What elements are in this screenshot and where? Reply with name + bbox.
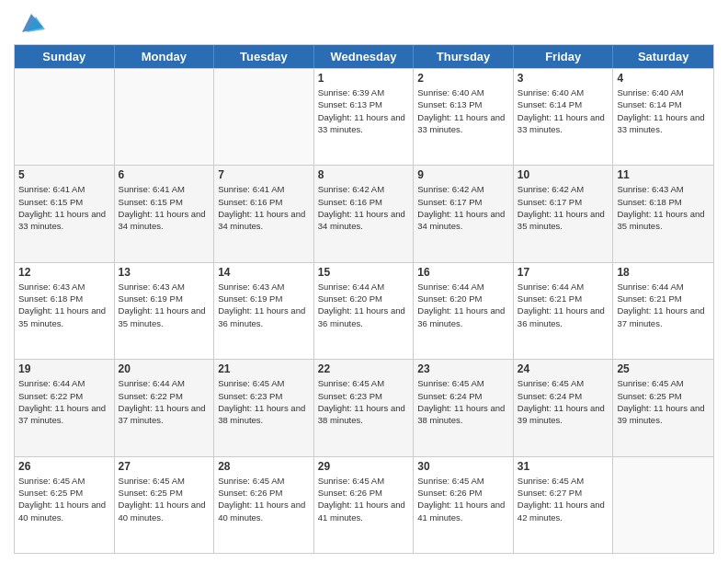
sunrise-text: Sunrise: 6:44 AM — [18, 377, 110, 389]
cal-cell-30: 30Sunrise: 6:45 AMSunset: 6:26 PMDayligh… — [414, 457, 514, 553]
day-number: 8 — [318, 168, 410, 181]
daylight-text: Daylight: 11 hours and 41 minutes. — [318, 499, 410, 523]
day-number: 19 — [18, 362, 110, 375]
cal-cell-14: 14Sunrise: 6:43 AMSunset: 6:19 PMDayligh… — [214, 263, 314, 359]
sunset-text: Sunset: 6:20 PM — [318, 293, 410, 304]
day-info: Sunrise: 6:41 AMSunset: 6:15 PMDaylight:… — [119, 183, 210, 232]
calendar: SundayMondayTuesdayWednesdayThursdayFrid… — [14, 44, 714, 554]
header-day-monday: Monday — [115, 45, 215, 68]
daylight-text: Daylight: 11 hours and 36 minutes. — [417, 304, 509, 329]
day-info: Sunrise: 6:42 AMSunset: 6:17 PMDaylight:… — [417, 183, 509, 232]
sunset-text: Sunset: 6:24 PM — [518, 390, 609, 402]
sunset-text: Sunset: 6:17 PM — [518, 196, 609, 208]
header-day-friday: Friday — [514, 45, 614, 68]
calendar-week-3: 12Sunrise: 6:43 AMSunset: 6:18 PMDayligh… — [15, 262, 713, 359]
day-info: Sunrise: 6:39 AMSunset: 6:13 PMDaylight:… — [318, 86, 410, 135]
cal-cell-16: 16Sunrise: 6:44 AMSunset: 6:20 PMDayligh… — [414, 263, 514, 359]
sunrise-text: Sunrise: 6:40 AM — [417, 86, 509, 98]
daylight-text: Daylight: 11 hours and 36 minutes. — [518, 304, 609, 329]
sunset-text: Sunset: 6:21 PM — [518, 293, 609, 304]
sunset-text: Sunset: 6:14 PM — [518, 98, 609, 110]
sunrise-text: Sunrise: 6:45 AM — [518, 377, 609, 389]
day-info: Sunrise: 6:44 AMSunset: 6:22 PMDaylight:… — [119, 377, 210, 426]
day-number: 12 — [18, 266, 110, 279]
day-info: Sunrise: 6:45 AMSunset: 6:24 PMDaylight:… — [518, 377, 609, 426]
sunrise-text: Sunrise: 6:45 AM — [119, 475, 210, 487]
sunset-text: Sunset: 6:19 PM — [218, 293, 310, 304]
sunrise-text: Sunrise: 6:43 AM — [18, 281, 110, 293]
sunrise-text: Sunrise: 6:41 AM — [18, 183, 110, 195]
daylight-text: Daylight: 11 hours and 35 minutes. — [617, 208, 710, 233]
day-info: Sunrise: 6:45 AMSunset: 6:25 PMDaylight:… — [617, 377, 710, 426]
day-number: 5 — [18, 168, 110, 181]
sunset-text: Sunset: 6:21 PM — [617, 293, 710, 304]
sunrise-text: Sunrise: 6:45 AM — [518, 475, 609, 487]
day-info: Sunrise: 6:44 AMSunset: 6:21 PMDaylight:… — [518, 281, 609, 329]
daylight-text: Daylight: 11 hours and 33 minutes. — [518, 111, 609, 136]
cal-cell-23: 23Sunrise: 6:45 AMSunset: 6:24 PMDayligh… — [414, 360, 514, 455]
sunset-text: Sunset: 6:25 PM — [617, 390, 710, 402]
daylight-text: Daylight: 11 hours and 38 minutes. — [318, 402, 410, 427]
cal-cell-31: 31Sunrise: 6:45 AMSunset: 6:27 PMDayligh… — [514, 457, 614, 553]
daylight-text: Daylight: 11 hours and 36 minutes. — [318, 304, 410, 329]
sunset-text: Sunset: 6:22 PM — [18, 390, 110, 402]
header — [14, 9, 714, 37]
header-day-wednesday: Wednesday — [314, 45, 415, 68]
cal-cell-empty-2 — [214, 69, 314, 165]
day-info: Sunrise: 6:45 AMSunset: 6:26 PMDaylight:… — [218, 475, 310, 523]
cal-cell-empty-1 — [115, 69, 215, 165]
header-day-saturday: Saturday — [613, 45, 713, 68]
day-number: 17 — [518, 266, 609, 279]
day-number: 30 — [417, 460, 509, 473]
daylight-text: Daylight: 11 hours and 40 minutes. — [218, 499, 310, 523]
day-number: 25 — [617, 362, 710, 375]
sunset-text: Sunset: 6:25 PM — [18, 487, 110, 499]
daylight-text: Daylight: 11 hours and 34 minutes. — [218, 208, 310, 233]
day-info: Sunrise: 6:43 AMSunset: 6:18 PMDaylight:… — [18, 281, 110, 329]
day-number: 29 — [318, 460, 410, 473]
cal-cell-18: 18Sunrise: 6:44 AMSunset: 6:21 PMDayligh… — [613, 263, 713, 359]
calendar-week-1: 1Sunrise: 6:39 AMSunset: 6:13 PMDaylight… — [15, 68, 713, 165]
day-info: Sunrise: 6:44 AMSunset: 6:20 PMDaylight:… — [318, 281, 410, 329]
day-number: 11 — [617, 168, 710, 181]
sunset-text: Sunset: 6:13 PM — [417, 98, 509, 110]
sunrise-text: Sunrise: 6:45 AM — [318, 377, 410, 389]
day-number: 14 — [218, 266, 310, 279]
daylight-text: Daylight: 11 hours and 37 minutes. — [617, 304, 710, 329]
sunset-text: Sunset: 6:19 PM — [119, 293, 210, 304]
cal-cell-15: 15Sunrise: 6:44 AMSunset: 6:20 PMDayligh… — [314, 263, 415, 359]
daylight-text: Daylight: 11 hours and 35 minutes. — [518, 208, 609, 233]
cal-cell-22: 22Sunrise: 6:45 AMSunset: 6:23 PMDayligh… — [314, 360, 415, 455]
cal-cell-6: 6Sunrise: 6:41 AMSunset: 6:15 PMDaylight… — [115, 166, 215, 261]
day-number: 1 — [318, 72, 410, 85]
sunset-text: Sunset: 6:18 PM — [617, 196, 710, 208]
cal-cell-4: 4Sunrise: 6:40 AMSunset: 6:14 PMDaylight… — [613, 69, 713, 165]
sunset-text: Sunset: 6:24 PM — [417, 390, 509, 402]
sunrise-text: Sunrise: 6:41 AM — [218, 183, 310, 195]
day-info: Sunrise: 6:40 AMSunset: 6:14 PMDaylight:… — [617, 86, 710, 135]
sunrise-text: Sunrise: 6:45 AM — [417, 377, 509, 389]
daylight-text: Daylight: 11 hours and 37 minutes. — [119, 402, 210, 427]
sunset-text: Sunset: 6:25 PM — [119, 487, 210, 499]
sunrise-text: Sunrise: 6:43 AM — [119, 281, 210, 293]
day-info: Sunrise: 6:41 AMSunset: 6:16 PMDaylight:… — [218, 183, 310, 232]
sunrise-text: Sunrise: 6:42 AM — [417, 183, 509, 195]
cal-cell-29: 29Sunrise: 6:45 AMSunset: 6:26 PMDayligh… — [314, 457, 415, 553]
sunrise-text: Sunrise: 6:45 AM — [318, 475, 410, 487]
sunset-text: Sunset: 6:16 PM — [318, 196, 410, 208]
calendar-header: SundayMondayTuesdayWednesdayThursdayFrid… — [15, 45, 713, 68]
sunset-text: Sunset: 6:26 PM — [218, 487, 310, 499]
cal-cell-19: 19Sunrise: 6:44 AMSunset: 6:22 PMDayligh… — [15, 360, 115, 455]
day-number: 27 — [119, 460, 210, 473]
sunrise-text: Sunrise: 6:44 AM — [617, 281, 710, 293]
cal-cell-5: 5Sunrise: 6:41 AMSunset: 6:15 PMDaylight… — [15, 166, 115, 261]
sunrise-text: Sunrise: 6:45 AM — [617, 377, 710, 389]
cal-cell-26: 26Sunrise: 6:45 AMSunset: 6:25 PMDayligh… — [15, 457, 115, 553]
day-number: 24 — [518, 362, 609, 375]
day-number: 4 — [617, 72, 710, 85]
sunrise-text: Sunrise: 6:42 AM — [318, 183, 410, 195]
logo-icon — [17, 9, 45, 37]
calendar-week-2: 5Sunrise: 6:41 AMSunset: 6:15 PMDaylight… — [15, 165, 713, 261]
daylight-text: Daylight: 11 hours and 38 minutes. — [417, 402, 509, 427]
calendar-week-4: 19Sunrise: 6:44 AMSunset: 6:22 PMDayligh… — [15, 359, 713, 455]
